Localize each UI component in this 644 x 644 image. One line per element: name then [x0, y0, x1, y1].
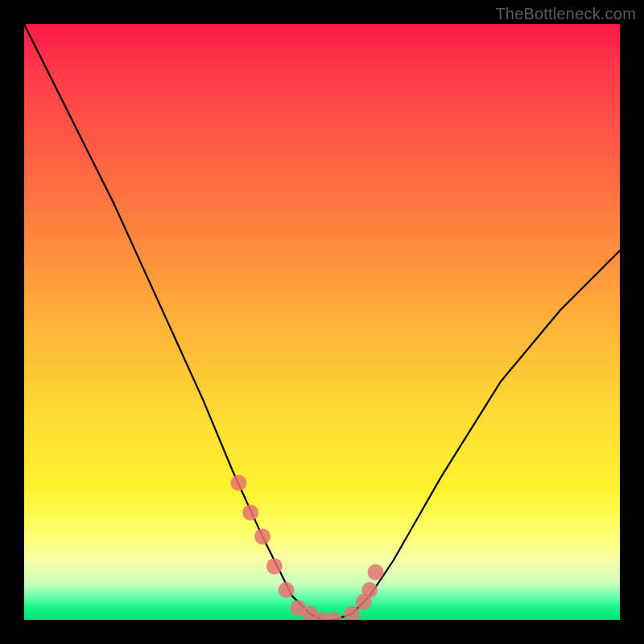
- marker-dot: [326, 612, 342, 620]
- marker-dot: [279, 582, 295, 598]
- marker-dot: [368, 564, 384, 580]
- plot-area: [24, 24, 620, 620]
- marker-dot: [230, 475, 246, 491]
- marker-dot: [266, 558, 283, 574]
- chart-svg: [24, 24, 620, 620]
- marker-dot: [254, 528, 270, 544]
- curve-path: [24, 24, 620, 620]
- marker-dot: [361, 582, 378, 598]
- chart-frame: TheBottleneck.com: [0, 0, 644, 644]
- watermark-text: TheBottleneck.com: [495, 5, 636, 23]
- marker-dot: [242, 505, 258, 521]
- highlight-markers: [230, 475, 383, 620]
- bottleneck-curve: [24, 24, 620, 620]
